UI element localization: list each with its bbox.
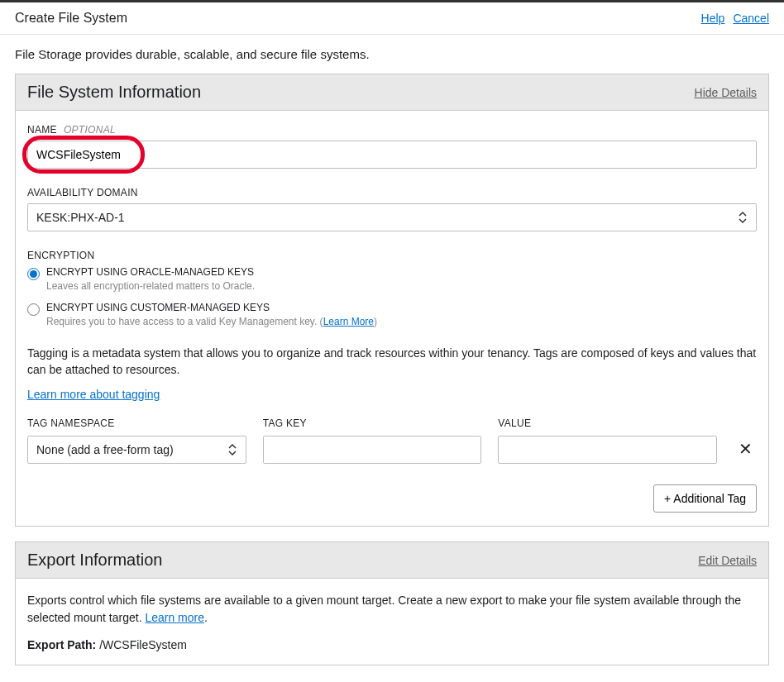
close-icon: ✕ — [739, 439, 753, 459]
tag-key-col: TAG KEY — [263, 417, 482, 464]
modal-title: Create File System — [15, 11, 127, 26]
name-field-group: NAME OPTIONAL — [27, 124, 757, 169]
edit-details-link[interactable]: Edit Details — [698, 554, 757, 567]
cancel-link[interactable]: Cancel — [733, 12, 769, 25]
tag-value-input[interactable] — [498, 436, 717, 464]
encryption-radio-oracle[interactable] — [27, 268, 40, 280]
export-section-title: Export Information — [27, 551, 162, 570]
export-learn-more-link[interactable]: Learn more — [145, 611, 204, 624]
export-path: Export Path: /WCSFileSystem — [27, 638, 757, 651]
export-section: Export Information Edit Details Exports … — [15, 541, 769, 665]
encryption-radio-customer[interactable] — [27, 303, 40, 316]
encryption-label: ENCRYPTION — [27, 250, 757, 261]
name-input[interactable] — [27, 141, 757, 169]
availability-domain-field-group: AVAILABILITY DOMAIN KESK:PHX-AD-1 — [27, 187, 757, 231]
encryption-option-oracle[interactable]: ENCRYPT USING ORACLE-MANAGED KEYS Leaves… — [27, 266, 757, 292]
help-link[interactable]: Help — [701, 12, 725, 25]
tag-value-col: VALUE — [498, 417, 717, 464]
tag-namespace-label: TAG NAMESPACE — [27, 417, 246, 429]
availability-domain-select[interactable]: KESK:PHX-AD-1 — [27, 203, 757, 231]
file-system-section: File System Information Hide Details NAM… — [15, 74, 769, 527]
tag-namespace-select[interactable]: None (add a free-form tag) — [27, 436, 246, 464]
encryption-field-group: ENCRYPTION ENCRYPT USING ORACLE-MANAGED … — [27, 250, 757, 327]
tag-key-label: TAG KEY — [263, 417, 482, 429]
export-section-header: Export Information Edit Details — [16, 542, 768, 579]
modal-header: Create File System Help Cancel — [0, 2, 784, 35]
tag-key-input[interactable] — [263, 436, 482, 464]
name-label: NAME OPTIONAL — [27, 124, 757, 136]
availability-domain-label: AVAILABILITY DOMAIN — [27, 187, 757, 198]
remove-tag-button[interactable]: ✕ — [734, 439, 757, 464]
tag-namespace-col: TAG NAMESPACE None (add a free-form tag) — [27, 417, 246, 464]
tagging-description: Tagging is a metadata system that allows… — [27, 346, 757, 378]
tagging-learn-more-link[interactable]: Learn more about tagging — [27, 388, 160, 401]
hide-details-link[interactable]: Hide Details — [695, 86, 757, 99]
additional-tag-button[interactable]: + Additional Tag — [653, 484, 757, 513]
tag-value-label: VALUE — [498, 417, 717, 429]
encryption-learn-more-link[interactable]: Learn More — [323, 316, 374, 327]
export-description: Exports control which file systems are a… — [27, 592, 757, 627]
intro-text: File Storage provides durable, scalable,… — [0, 35, 784, 69]
tag-row: TAG NAMESPACE None (add a free-form tag)… — [27, 417, 757, 464]
fs-section-header: File System Information Hide Details — [16, 74, 768, 111]
fs-section-title: File System Information — [27, 83, 201, 102]
encryption-option-customer[interactable]: ENCRYPT USING CUSTOMER-MANAGED KEYS Requ… — [27, 302, 757, 327]
